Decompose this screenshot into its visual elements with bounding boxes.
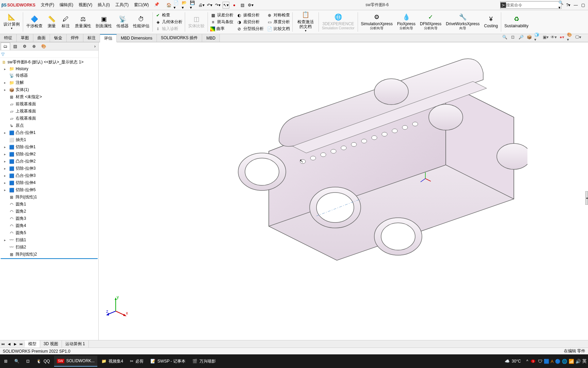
- tray-ime-icon[interactable]: 英: [582, 358, 587, 364]
- tree-item[interactable]: ⊞阵列(线性)2: [1, 251, 98, 259]
- tray-icon-4[interactable]: 🔵: [555, 359, 560, 364]
- display-style-icon[interactable]: ▣▾: [542, 34, 549, 40]
- tab-prev-icon[interactable]: ◀: [6, 342, 12, 346]
- select-icon[interactable]: ↖▾: [223, 2, 229, 9]
- open-icon[interactable]: 📂▾: [182, 2, 189, 9]
- tab-feature[interactable]: 特征: [0, 34, 17, 42]
- expand-icon[interactable]: ▸: [4, 131, 7, 135]
- tab-addins[interactable]: SOLIDWORKS 插件: [157, 34, 202, 42]
- tree-item[interactable]: ◠圆角1: [1, 201, 98, 208]
- tree-item[interactable]: ▸📦实体(1): [1, 86, 98, 93]
- rb-design-study[interactable]: 📐设计算例▾: [1, 11, 22, 33]
- zoom-fit-icon[interactable]: 🔍: [502, 34, 508, 40]
- menu-insert[interactable]: 插入(I): [96, 1, 112, 9]
- undo-icon[interactable]: ↶▾: [206, 2, 213, 9]
- home-icon[interactable]: 🏠: [165, 2, 172, 9]
- panel-tab-property[interactable]: ▤: [10, 43, 20, 50]
- tab-weldment[interactable]: 焊件: [67, 34, 83, 42]
- tree-item[interactable]: ▱右视基准面: [1, 115, 98, 122]
- tree-item[interactable]: ▸🟦凸台-拉伸1: [1, 129, 98, 136]
- rb-measure[interactable]: 📏测量: [45, 11, 59, 33]
- save-icon[interactable]: 💾▾: [190, 2, 197, 9]
- bottom-tab-model[interactable]: 模型: [25, 340, 40, 348]
- taskbar-qq[interactable]: 🐧QQ: [34, 356, 53, 367]
- rb-performance[interactable]: ⏱性能评估: [131, 11, 151, 33]
- tree-item[interactable]: ◠圆角5: [1, 229, 98, 236]
- expand-icon[interactable]: ▸: [4, 88, 7, 92]
- rb-mass[interactable]: ⚖质量属性: [73, 11, 93, 33]
- panel-tab-display[interactable]: 🎨: [39, 43, 48, 50]
- rb-check-active[interactable]: 📋检查激活的文档▾: [294, 11, 317, 33]
- menu-view[interactable]: 视图(V): [77, 1, 94, 9]
- rb-zebra[interactable]: ≡斑马条纹: [209, 19, 235, 25]
- tree-root[interactable]: 🗎 sw零件图8-6 (默认) <<默认>_显示状态 1>: [1, 59, 98, 66]
- expand-icon[interactable]: ▸: [4, 181, 7, 185]
- tab-mbd[interactable]: MBD: [202, 34, 220, 42]
- tree-filter[interactable]: ▽: [0, 50, 98, 58]
- expand-icon[interactable]: ▸: [4, 174, 7, 178]
- view-settings-icon[interactable]: 🖵▾: [575, 34, 581, 40]
- tree-item[interactable]: ▱上视基准面: [1, 108, 98, 115]
- rb-undercut[interactable]: ◑底切分析: [235, 19, 265, 25]
- menu-tools[interactable]: 工具(T): [113, 1, 131, 9]
- tree-item[interactable]: ◠圆角2: [1, 208, 98, 215]
- search-button[interactable]: 🔍: [12, 356, 22, 367]
- tray-icon-2[interactable]: 🟦: [544, 359, 549, 364]
- tree-item[interactable]: ▸🟦切除-拉伸5: [1, 186, 98, 194]
- redo-icon[interactable]: ↷▾: [214, 2, 221, 9]
- menu-file[interactable]: 文件(F): [39, 1, 56, 9]
- taskbar-notepad[interactable]: 📝SWSP - 记事本: [148, 356, 188, 367]
- rb-check[interactable]: ✔检查: [154, 12, 184, 18]
- tab-markup[interactable]: 标注: [83, 34, 100, 42]
- tree-item[interactable]: ▱前视基准面: [1, 101, 98, 108]
- graphics-viewport[interactable]: ↖ y x z ◂: [99, 42, 588, 340]
- search-icon[interactable]: 🔍▾: [557, 0, 565, 10]
- tab-next-icon[interactable]: ▶: [12, 342, 18, 346]
- tray-icon-1[interactable]: 🛡: [538, 359, 542, 364]
- section-view-icon[interactable]: 📦: [526, 34, 532, 40]
- tree-item[interactable]: ▸📁注解: [1, 79, 98, 86]
- expand-icon[interactable]: ▸: [4, 188, 7, 192]
- expand-icon[interactable]: ▸: [4, 152, 7, 156]
- rb-floxpress[interactable]: 💧FloXpress分析向导: [395, 11, 418, 33]
- menu-edit[interactable]: 编辑(E): [58, 1, 75, 9]
- search-input[interactable]: [506, 3, 557, 7]
- taskbar-filmora[interactable]: 🎬万兴喵影: [190, 356, 218, 367]
- rb-sensor[interactable]: 📡传感器: [114, 11, 131, 33]
- new-icon[interactable]: 📄▾: [174, 2, 180, 9]
- rb-costing[interactable]: ¥Costing: [482, 11, 500, 33]
- maximize-icon[interactable]: ▢: [580, 2, 587, 9]
- tree-item[interactable]: ▸🟦切除-拉伸2: [1, 151, 98, 158]
- rb-compare-doc[interactable]: 📄比较文档: [265, 26, 291, 32]
- rb-sustainability[interactable]: ♻Sustainability: [502, 11, 530, 33]
- panel-expand-icon[interactable]: ›: [94, 44, 98, 49]
- prev-view-icon[interactable]: 🔎: [518, 34, 524, 40]
- menu-window[interactable]: 窗口(W): [132, 1, 151, 9]
- minimize-icon[interactable]: —: [572, 2, 579, 9]
- tree-item[interactable]: ↳原点: [1, 122, 98, 129]
- task-view-button[interactable]: ⊡: [23, 356, 32, 367]
- tree-item[interactable]: ▸📁History: [1, 66, 98, 72]
- taskbar-solidworks[interactable]: SWSOLIDWORK...: [54, 356, 97, 367]
- taskbar-folder[interactable]: 📁视频集4: [99, 356, 126, 367]
- start-button[interactable]: ⊞: [1, 356, 10, 367]
- expand-icon[interactable]: ▸: [4, 81, 7, 85]
- tab-surface[interactable]: 曲面: [33, 34, 50, 42]
- expand-icon[interactable]: ▸: [4, 159, 7, 163]
- print-icon[interactable]: 🖨▾: [198, 2, 205, 9]
- options-icon[interactable]: ▤: [239, 2, 246, 9]
- rb-markup[interactable]: 🖊标注: [59, 11, 72, 33]
- expand-icon[interactable]: ▸: [4, 67, 7, 71]
- menu-pin[interactable]: 📌: [152, 1, 161, 9]
- rb-section[interactable]: ▣剖面属性: [94, 11, 114, 33]
- rb-simxpress[interactable]: ⚙SimulationXpress分析向导: [359, 11, 395, 33]
- panel-tab-config[interactable]: ⚙: [20, 43, 29, 50]
- expand-icon[interactable]: ▸: [4, 238, 7, 242]
- tab-mbd-dim[interactable]: MBD Dimensions: [117, 34, 157, 42]
- rb-dfmxpress[interactable]: ✓DFMXpress分析向导: [418, 11, 443, 33]
- tree-item[interactable]: 〰扫描2: [1, 244, 98, 251]
- tree-item[interactable]: ⊞阵列(线性)1: [1, 194, 98, 201]
- scene-icon[interactable]: 🎨▾: [567, 34, 573, 40]
- rb-symmetry[interactable]: ⊕对称检查: [265, 12, 291, 18]
- tree-item[interactable]: ⬜抽壳1: [1, 136, 98, 143]
